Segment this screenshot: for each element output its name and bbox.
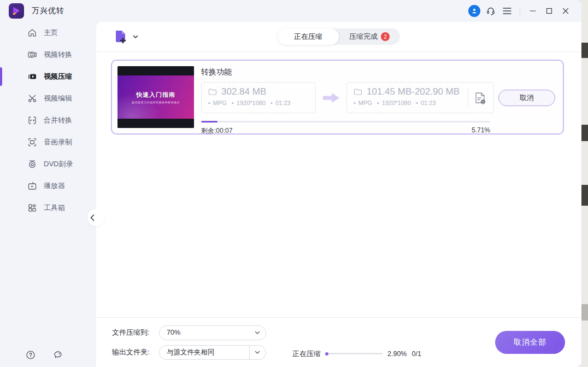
dvd-disc-icon <box>27 159 37 169</box>
feedback-icon <box>53 350 63 360</box>
output-settings-button[interactable] <box>474 91 487 106</box>
arrow-right-icon <box>322 91 340 104</box>
merge-convert-icon <box>27 115 37 125</box>
add-file-icon <box>114 29 128 44</box>
feedback-button[interactable] <box>51 347 64 363</box>
sidebar-item-label: 视频压缩 <box>44 72 72 81</box>
video-compress-icon <box>27 72 37 81</box>
task-card: 快速入门指南 如何使用万兴优转转换各种媒体格式 转换功能 302.84 MB <box>111 60 564 135</box>
content-toolbar: 正在压缩 压缩完成 2 <box>96 22 581 52</box>
footer-bar: 文件压缩到: 70% 输出文件夹: 与源文件夹相同 <box>96 317 581 367</box>
compress-to-label: 文件压缩到: <box>112 328 159 337</box>
minimize-icon <box>530 8 536 14</box>
help-button[interactable] <box>24 347 37 363</box>
support-button[interactable] <box>483 3 499 19</box>
gear-glyph <box>481 100 485 104</box>
app-window: 万兴优转 <box>0 0 581 367</box>
desktop-artifact <box>581 185 588 206</box>
thumbnail-subheading: 如何使用万兴优转转换各种媒体格式 <box>132 101 180 104</box>
task-progress-fill <box>201 121 217 123</box>
desktop-artifact <box>581 43 588 58</box>
task-title: 转换功能 <box>201 67 555 77</box>
minimize-button[interactable] <box>525 3 541 19</box>
folder-icon <box>354 88 362 96</box>
output-folder-dropdown[interactable]: 与源文件夹相同 <box>159 345 266 360</box>
overall-status: 正在压缩 2.90% 0/1 <box>292 349 421 359</box>
toolbox-icon <box>27 203 37 213</box>
maximize-button[interactable] <box>541 3 557 19</box>
source-size: 302.84 MB <box>221 86 266 97</box>
time-remaining: 剩余:00:07 <box>201 126 232 136</box>
target-duration: 01:23 <box>416 100 436 106</box>
folder-icon <box>208 88 217 96</box>
status-label: 正在压缩 <box>292 349 321 359</box>
sidebar-item-label: 视频转换 <box>44 50 72 60</box>
sidebar-item-av-record[interactable]: 音画录制 <box>0 131 96 153</box>
desktop-artifact <box>581 125 588 141</box>
sidebar-item-home[interactable]: 主页 <box>0 22 96 44</box>
add-files-button[interactable] <box>114 29 138 44</box>
hamburger-icon <box>503 8 511 14</box>
tab-group: 正在压缩 压缩完成 2 <box>278 28 400 45</box>
sidebar-item-player[interactable]: 播放器 <box>0 175 96 197</box>
target-file-info: 101.45 MB-202.90 MB MPG1920*108001:23 <box>346 82 494 113</box>
app-title: 万兴优转 <box>32 6 64 16</box>
compress-to-value: 70% <box>167 329 255 336</box>
sidebar-item-video-compress[interactable]: 视频压缩 <box>0 66 96 88</box>
task-percent: 5.71% <box>472 126 490 136</box>
maximize-icon <box>546 8 552 14</box>
headset-icon <box>486 6 496 16</box>
sidebar-item-video-convert[interactable]: 视频转换 <box>0 44 96 66</box>
player-icon <box>27 181 37 191</box>
video-convert-icon <box>27 50 37 60</box>
file-gear-icon <box>474 91 487 106</box>
sidebar-item-label: 播放器 <box>44 181 65 191</box>
chevron-down-icon <box>133 35 138 39</box>
tab-label: 压缩完成 <box>349 32 378 42</box>
compress-to-dropdown[interactable]: 70% <box>159 325 266 340</box>
menu-button[interactable] <box>499 3 515 19</box>
output-folder-label: 输出文件夹: <box>112 347 159 357</box>
close-button[interactable] <box>557 3 574 19</box>
tab-compressing[interactable]: 正在压缩 <box>278 28 339 45</box>
cancel-all-button[interactable]: 取消全部 <box>495 331 565 354</box>
chevron-down-icon <box>255 331 260 335</box>
app-logo-icon <box>9 3 24 19</box>
source-resolution: 1920*1080 <box>232 100 266 106</box>
dropdown-divider <box>249 346 250 359</box>
tab-compress-done[interactable]: 压缩完成 2 <box>339 28 400 45</box>
help-icon <box>26 350 36 360</box>
sidebar-item-toolbox[interactable]: 工具箱 <box>0 197 96 219</box>
target-format: MPG <box>354 100 372 106</box>
target-size: 101.45 MB-202.90 MB <box>367 86 460 97</box>
progress-dot <box>325 352 328 356</box>
target-resolution: 1920*1080 <box>377 100 411 106</box>
chevron-down-icon <box>255 351 260 354</box>
thumbnail-heading: 快速入门指南 <box>136 91 175 99</box>
titlebar: 万兴优转 <box>0 0 581 22</box>
task-progress-bar <box>201 121 490 123</box>
desktop-artifact <box>581 304 588 321</box>
sidebar-item-dvd-burn[interactable]: DVD刻录 <box>0 153 96 175</box>
sidebar-item-merge-convert[interactable]: 合并转换 <box>0 109 96 131</box>
status-percent: 2.90% <box>387 350 407 358</box>
content-area: 正在压缩 压缩完成 2 快速入门指南 如何使用万兴优转转换各种媒体格式 转换功能 <box>96 22 581 367</box>
account-button[interactable] <box>466 3 483 19</box>
sidebar-item-label: 音画录制 <box>44 137 72 147</box>
overall-progress-bar <box>326 353 383 355</box>
chevron-left-icon <box>90 214 95 221</box>
record-icon <box>27 137 37 147</box>
desktop-background-strip <box>580 0 588 367</box>
sidebar-item-label: 视频编辑 <box>44 94 72 103</box>
close-icon <box>562 8 569 14</box>
output-folder-value: 与源文件夹相同 <box>167 348 249 357</box>
sidebar-item-video-edit[interactable]: 视频编辑 <box>0 88 96 109</box>
sidebar-item-label: 工具箱 <box>44 203 65 213</box>
sidebar-collapse-handle[interactable] <box>87 209 105 226</box>
scissors-icon <box>27 94 37 103</box>
video-thumbnail: 快速入门指南 如何使用万兴优转转换各种媒体格式 <box>117 66 194 128</box>
tab-badge: 2 <box>381 32 390 41</box>
titlebar-separator <box>520 7 520 15</box>
cancel-task-button[interactable]: 取消 <box>498 90 555 106</box>
sidebar-item-label: DVD刻录 <box>44 159 73 169</box>
